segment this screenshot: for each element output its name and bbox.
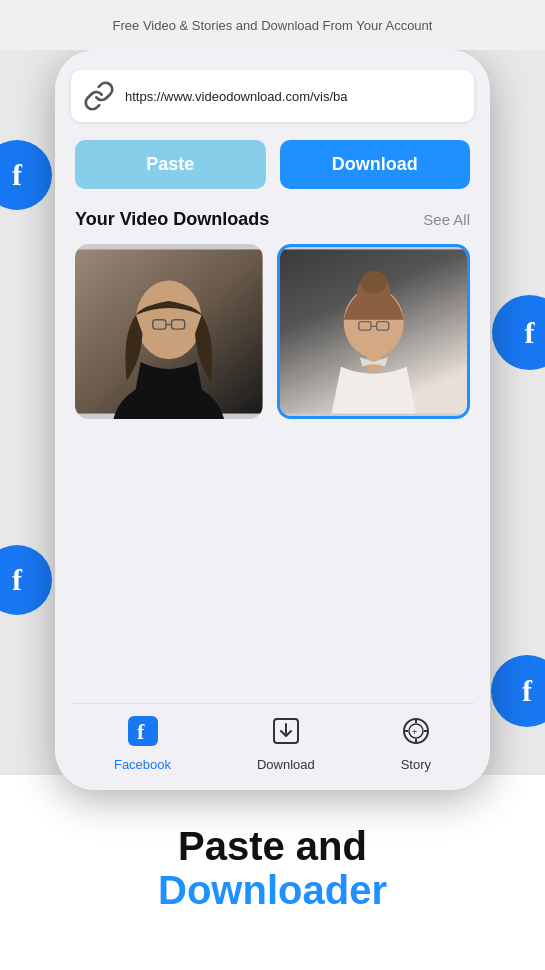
downloader-text: Downloader [158, 868, 387, 912]
paste-button[interactable]: Paste [75, 140, 266, 189]
thumbnail-2-image [280, 247, 468, 416]
download-button[interactable]: Download [280, 140, 471, 189]
svg-point-2 [136, 280, 202, 359]
nav-story[interactable]: + Story [401, 716, 431, 772]
svg-point-10 [360, 271, 386, 294]
nav-download-label: Download [257, 757, 315, 772]
nav-story-label: Story [401, 757, 431, 772]
buttons-row: Paste Download [71, 140, 474, 189]
nav-download[interactable]: Download [257, 716, 315, 772]
link-icon [83, 80, 115, 112]
banner-text: Free Video & Stories and Download From Y… [113, 18, 433, 33]
url-value: https://www.videodownload.com/vis/ba [125, 89, 462, 104]
thumbnail-2[interactable] [277, 244, 471, 419]
bg-facebook-icon-tr: f [492, 295, 545, 370]
bottom-nav: f Facebook Download [71, 703, 474, 790]
facebook-nav-icon: f [128, 716, 158, 753]
bg-facebook-icon-bl: f [0, 545, 52, 615]
see-all-button[interactable]: See All [423, 211, 470, 228]
thumbnail-1-image [75, 244, 263, 419]
section-header: Your Video Downloads See All [71, 209, 474, 230]
svg-text:f: f [137, 719, 145, 744]
phone-frame: https://www.videodownload.com/vis/ba Pas… [55, 50, 490, 790]
svg-text:+: + [412, 727, 417, 737]
top-banner: Free Video & Stories and Download From Y… [0, 0, 545, 50]
section-title: Your Video Downloads [75, 209, 269, 230]
bottom-text-section: Paste and Downloader [0, 775, 545, 970]
url-bar: https://www.videodownload.com/vis/ba [71, 70, 474, 122]
thumbnail-1[interactable] [75, 244, 263, 419]
story-nav-icon: + [401, 716, 431, 753]
bg-facebook-icon-tl: f [0, 140, 52, 210]
download-nav-icon [271, 716, 301, 753]
bg-facebook-icon-br: f [491, 655, 545, 727]
nav-facebook-label: Facebook [114, 757, 171, 772]
thumbnails-row [71, 244, 474, 703]
nav-facebook[interactable]: f Facebook [114, 716, 171, 772]
paste-and-text: Paste and [178, 824, 367, 868]
